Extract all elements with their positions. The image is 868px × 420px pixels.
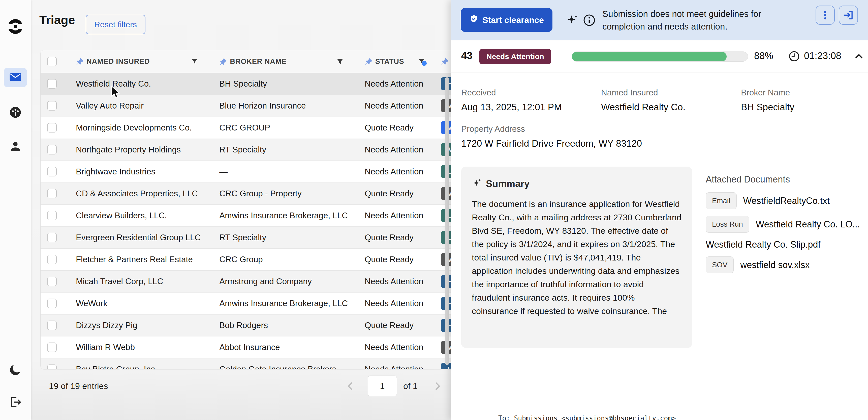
table-row[interactable]: Clearview Builders, LLC. Amwins Insuranc… xyxy=(40,205,505,227)
sidebar xyxy=(0,0,31,420)
row-checkbox[interactable] xyxy=(47,145,57,155)
open-in-view-button[interactable] xyxy=(839,5,858,25)
guidelines-notification-bar: Start clearance Submission does not meet… xyxy=(451,0,868,40)
reset-filters-button[interactable]: Reset filters xyxy=(86,15,146,34)
filter-icon[interactable] xyxy=(337,58,343,65)
cell-broker-name: CRC Group - Property xyxy=(219,189,302,198)
table-row[interactable]: Evergreen Residential Group LLC RT Speci… xyxy=(40,227,505,249)
table-row[interactable]: Brightwave Industries — Needs Attention … xyxy=(40,161,505,183)
document-item[interactable]: SOV westfield sov.xlsx xyxy=(706,256,860,273)
cell-broker-name: CRC Group xyxy=(219,255,262,264)
page-total-label: of 1 xyxy=(403,381,417,391)
document-item[interactable]: Loss Run Westfield Realty Co. LO... xyxy=(706,216,860,233)
prev-page-button[interactable] xyxy=(345,379,356,393)
cell-named-insured: Clearview Builders, LLC. xyxy=(76,211,167,220)
table-row[interactable]: Dizzys Dizzy Pig Bob Rodgers Quote Ready… xyxy=(40,314,505,336)
cell-named-insured: Micah Travel Corp, LLC xyxy=(76,277,163,286)
email-preview: To: Submissions <submissions@bhspecialty… xyxy=(498,399,802,420)
column-header-status[interactable]: STATUS xyxy=(375,57,404,66)
document-type-chip: Loss Run xyxy=(706,216,749,233)
cell-status: Quote Ready xyxy=(365,255,413,264)
row-checkbox[interactable] xyxy=(47,342,57,352)
cell-status: Needs Attention xyxy=(365,342,424,352)
row-checkbox[interactable] xyxy=(47,277,57,286)
property-address-value: 1720 W Fairfield Drive Freedom, WY 83120 xyxy=(461,138,642,149)
table-row[interactable]: Bay Bistro Group, Inc Golden Gate Insura… xyxy=(40,358,505,369)
table-row[interactable]: CD & Associates Properties, LLC CRC Grou… xyxy=(40,183,505,205)
table-row[interactable]: WeWork Amwins Insurance Brokerage, LLC N… xyxy=(40,292,505,314)
document-item[interactable]: Email WestfieldRealtyCo.txt xyxy=(706,192,860,209)
sidebar-item-profile[interactable] xyxy=(4,137,27,157)
row-checkbox[interactable] xyxy=(47,320,57,330)
document-filename: westfield sov.xlsx xyxy=(740,260,809,270)
clock-icon xyxy=(788,51,800,62)
sidebar-item-inbox[interactable] xyxy=(4,68,27,87)
submission-detail-panel: Start clearance Submission does not meet… xyxy=(451,0,868,420)
cell-broker-name: Golden Gate Insurance Brokers xyxy=(219,364,336,369)
broker-name-value: BH Specialty xyxy=(741,102,795,113)
sidebar-item-dashboard[interactable] xyxy=(4,103,27,123)
document-item[interactable]: Westfield Realty Co. Slip.pdf xyxy=(706,239,860,250)
logout-icon xyxy=(9,395,22,410)
select-all-checkbox[interactable] xyxy=(47,57,57,66)
cell-named-insured: Bay Bistro Group, Inc xyxy=(76,364,155,369)
table-row[interactable]: Valley Auto Repair Blue Horizon Insuranc… xyxy=(40,95,505,117)
row-checkbox[interactable] xyxy=(47,299,57,308)
filter-icon[interactable] xyxy=(191,58,198,65)
row-checkbox[interactable] xyxy=(47,364,57,369)
sparkle-icon xyxy=(565,13,579,27)
pin-icon[interactable] xyxy=(365,58,373,66)
table-row[interactable]: Micah Travel Corp, LLC Armstrong and Com… xyxy=(40,271,505,292)
completion-progress-bar xyxy=(571,52,748,62)
cell-named-insured: WeWork xyxy=(76,299,107,308)
document-filename: WestfieldRealtyCo.txt xyxy=(743,196,830,206)
table-row[interactable]: Fletcher & Partners Real Estate CRC Grou… xyxy=(40,249,505,271)
row-checkbox[interactable] xyxy=(47,211,57,220)
page-number-input[interactable]: 1 xyxy=(368,375,397,396)
start-clearance-label: Start clearance xyxy=(483,15,544,25)
collapse-chevron-icon[interactable] xyxy=(854,52,865,62)
table-scrollbar[interactable] xyxy=(445,77,449,365)
pin-icon[interactable] xyxy=(219,58,227,66)
row-checkbox[interactable] xyxy=(47,233,57,242)
cell-named-insured: Northgate Property Holdings xyxy=(76,145,181,155)
notification-message: Submission does not meet guidelines for … xyxy=(602,7,761,33)
row-checkbox[interactable] xyxy=(47,255,57,264)
row-checkbox[interactable] xyxy=(47,123,57,133)
cell-broker-name: BH Specialty xyxy=(219,79,267,89)
row-checkbox[interactable] xyxy=(47,101,57,111)
attached-documents-section: Attached Documents Email WestfieldRealty… xyxy=(706,174,860,280)
submission-number: 43 xyxy=(461,50,472,61)
row-checkbox[interactable] xyxy=(47,189,57,198)
column-header-broker-name[interactable]: BROKER NAME xyxy=(230,57,286,66)
cell-broker-name: Blue Horizon Insurance xyxy=(219,101,306,111)
table-row[interactable]: Morningside Developments Co. CRC GROUP Q… xyxy=(40,117,505,139)
cell-broker-name: CRC GROUP xyxy=(219,123,270,133)
table-row[interactable]: Northgate Property Holdings RT Specialty… xyxy=(40,139,505,161)
row-checkbox[interactable] xyxy=(47,79,57,89)
cell-status: Needs Attention xyxy=(365,167,424,176)
gauge-icon xyxy=(9,106,22,120)
next-page-button[interactable] xyxy=(432,379,443,393)
received-value: Aug 13, 2025, 12:01 PM xyxy=(461,102,562,113)
sidebar-item-logout[interactable] xyxy=(4,393,27,413)
document-filename: Westfield Realty Co. Slip.pdf xyxy=(706,239,820,250)
table-header-row: NAMED INSURED BROKER NAME STATUS xyxy=(40,50,505,73)
table-row[interactable]: William R Webb Abbot Insurance Needs Att… xyxy=(40,336,505,358)
moon-icon xyxy=(9,363,22,377)
cell-status: Needs Attention xyxy=(365,145,424,155)
active-filter-dot xyxy=(422,61,427,66)
more-options-button[interactable] xyxy=(815,5,835,25)
table-row[interactable]: Westfield Realty Co. BH Specialty Needs … xyxy=(40,73,505,95)
cell-status: Needs Attention xyxy=(365,364,424,369)
status-badge: Needs Attention xyxy=(479,49,551,64)
sidebar-item-dark-mode[interactable] xyxy=(4,360,27,380)
cell-named-insured: Evergreen Residential Group LLC xyxy=(76,233,200,242)
row-checkbox[interactable] xyxy=(47,167,57,176)
progress-percent: 88% xyxy=(754,51,773,61)
pin-icon[interactable] xyxy=(441,58,449,66)
cell-named-insured: Dizzys Dizzy Pig xyxy=(76,320,137,330)
start-clearance-button[interactable]: Start clearance xyxy=(461,8,553,32)
pin-icon[interactable] xyxy=(76,58,84,66)
column-header-named-insured[interactable]: NAMED INSURED xyxy=(87,57,150,66)
